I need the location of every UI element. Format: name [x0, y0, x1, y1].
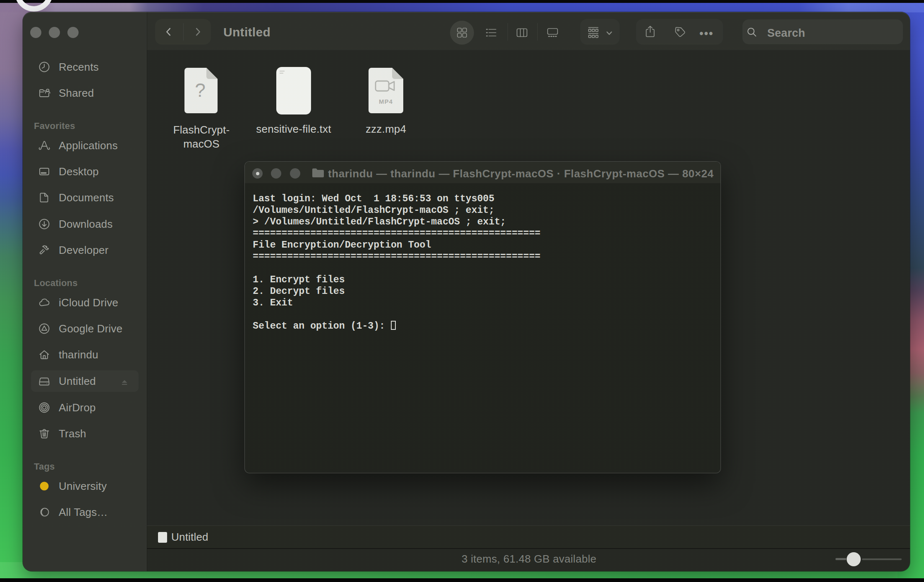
svg-text:MP4: MP4: [379, 98, 393, 105]
svg-text:?: ?: [195, 79, 206, 101]
